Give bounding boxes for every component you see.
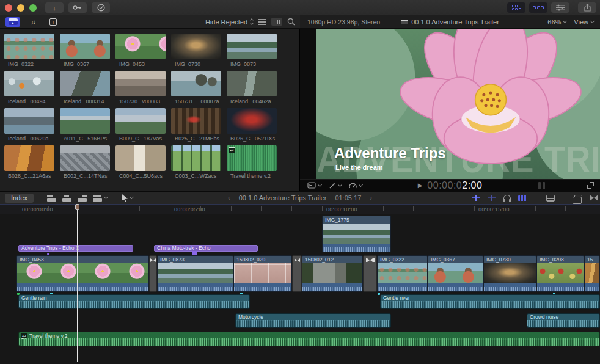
view-popup[interactable]: View <box>574 18 594 26</box>
append-edit-icon[interactable] <box>78 195 87 202</box>
video-clip[interactable]: 15... <box>584 255 600 292</box>
skimming-icon[interactable] <box>472 195 480 201</box>
browser-clip[interactable]: B009_C...187Vas <box>115 108 166 142</box>
ruler-tick <box>474 206 475 211</box>
t-lotus-thumbnail <box>115 34 166 59</box>
clip-appearance-button[interactable] <box>271 18 282 26</box>
video-clip[interactable]: 150802_012 <box>302 255 363 292</box>
background-tasks-button[interactable] <box>92 2 110 13</box>
browser-clip[interactable]: IMG_0873 <box>227 34 277 67</box>
close-window-button[interactable] <box>5 4 12 12</box>
titles-generators-button[interactable]: T <box>46 17 60 27</box>
next-project-button[interactable]: › <box>370 194 372 202</box>
ruler-tick <box>565 206 566 211</box>
inspector-toggle-button[interactable] <box>551 2 569 13</box>
browser-toggle-button[interactable] <box>507 2 525 13</box>
viewer-image: ADVENTURE TRIPS <box>316 29 600 179</box>
browser-clip[interactable]: IMG_0730 <box>171 34 221 67</box>
browser-clip[interactable]: 150730...v00083 <box>115 71 166 104</box>
range-selection-popup[interactable] <box>307 182 321 189</box>
zoom-window-button[interactable] <box>29 4 37 12</box>
audio-clip[interactable]: Gentle rain <box>18 294 250 309</box>
video-clip[interactable]: IMG_0453 <box>16 255 149 292</box>
video-clip[interactable]: IMG_0298 <box>536 255 584 292</box>
transition-clip[interactable] <box>149 255 157 292</box>
video-clip[interactable]: IMG_0730 <box>483 255 536 292</box>
audio-skimming-icon[interactable] <box>488 195 496 201</box>
browser-clip[interactable]: IMG_0453 <box>115 34 166 67</box>
browser-clip[interactable]: Iceland...00494 <box>4 71 54 104</box>
video-clip[interactable]: 150802_020 <box>233 255 292 292</box>
photos-audio-browser-button[interactable]: ♫ <box>26 17 40 27</box>
insert-edit-icon[interactable] <box>62 195 71 202</box>
keyword-editor-button[interactable] <box>68 2 87 13</box>
keyword-dot <box>378 293 380 295</box>
browser-clip[interactable]: A011_C...516BPs <box>60 108 110 142</box>
retime-popup[interactable] <box>349 182 362 189</box>
connect-edit-icon[interactable] <box>47 195 56 202</box>
waveform-texture <box>19 301 249 308</box>
browser-clip[interactable]: ↩Travel theme v.2 <box>227 145 277 179</box>
transition-clip[interactable] <box>292 255 302 292</box>
t-plaza-thumbnail <box>60 145 110 171</box>
effects-browser-icon[interactable] <box>574 195 582 201</box>
zoom-level-popup[interactable]: 66% <box>547 18 566 26</box>
video-clip[interactable]: IMG_1775 <box>322 216 391 252</box>
audio-meters-icon[interactable] <box>538 182 545 189</box>
timeline-index-button[interactable]: Index <box>5 194 34 203</box>
transition-clip[interactable] <box>363 255 377 292</box>
video-clip[interactable]: IMG_0367 <box>428 255 483 292</box>
browser-clip[interactable]: B028_C...21A6as <box>4 145 54 179</box>
import-icon: ↓ <box>53 4 56 12</box>
filter-popup[interactable]: Hide Rejected <box>205 18 253 26</box>
waveform-texture <box>381 301 599 308</box>
list-view-icon[interactable] <box>258 19 266 25</box>
browser-clip[interactable]: Iceland...00462a <box>227 71 277 104</box>
effects-popup[interactable] <box>329 182 342 189</box>
filter-label: Hide Rejected <box>205 18 247 26</box>
previous-project-button[interactable]: ‹ <box>228 194 230 202</box>
video-clip[interactable]: IMG_0322 <box>377 255 428 292</box>
browser-clip[interactable]: B026_C...0521IXs <box>227 108 277 142</box>
share-button[interactable] <box>578 2 596 13</box>
media-browser-button[interactable]: ★ <box>5 17 20 27</box>
music-clip[interactable]: Travel theme v.2↩ <box>18 332 600 346</box>
browser-clip[interactable]: Iceland...00620a <box>4 108 54 142</box>
browser-clip[interactable]: IMG_0322 <box>4 34 54 67</box>
timeline-ruler[interactable]: 00:00:00:0000:00:05:0000:00:10:0000:00:1… <box>0 204 600 214</box>
browser-clip[interactable]: B025_C...21MEbs <box>171 108 221 142</box>
solo-headphones-icon[interactable] <box>503 195 511 201</box>
timeline-toggle-button[interactable] <box>529 2 547 13</box>
waveform-texture <box>323 247 390 252</box>
import-media-button[interactable]: ↓ <box>45 2 64 13</box>
clip-name-label: IMG_0453 <box>17 256 148 263</box>
snapping-icon[interactable] <box>518 195 527 201</box>
check-circle-icon <box>97 4 105 12</box>
playhead[interactable] <box>77 204 78 362</box>
video-clip[interactable]: IMG_0873 <box>157 255 233 292</box>
clip-appearance-icon[interactable] <box>546 195 555 202</box>
browser-clip[interactable]: C003_C...WZacs <box>171 145 221 179</box>
title-clip[interactable]: China Moto-trek - Echo <box>154 245 258 252</box>
tool-popup[interactable] <box>122 194 133 202</box>
clip-name-label: C003_C...WZacs <box>175 173 221 179</box>
browser-clip[interactable]: IMG_0367 <box>60 34 110 67</box>
transition-icon <box>150 258 156 262</box>
browser-clip[interactable]: B002_C...14TNas <box>60 145 110 179</box>
t-mtsea-thumbnail <box>4 108 54 134</box>
audio-clip[interactable]: Gentle river <box>380 294 600 309</box>
clip-name-label: IMG_0322 <box>8 61 54 67</box>
search-icon[interactable] <box>287 18 295 26</box>
overwrite-edit-popup[interactable] <box>93 195 108 202</box>
browser-clip[interactable]: Iceland...000314 <box>60 71 110 104</box>
audio-clip[interactable]: Crowd noise <box>527 313 600 328</box>
fullscreen-icon[interactable] <box>587 182 594 189</box>
play-button[interactable]: ▶ <box>418 182 423 189</box>
transitions-browser-icon[interactable] <box>590 195 594 201</box>
browser-clip[interactable]: C004_C...5U6acs <box>115 145 166 179</box>
ruler-tick <box>200 206 201 211</box>
browser-clip[interactable]: 150731_...00087a <box>171 71 221 104</box>
minimize-window-button[interactable] <box>17 4 24 12</box>
audio-clip[interactable]: Motorcycle <box>235 313 391 328</box>
ruler-tick <box>261 206 262 211</box>
